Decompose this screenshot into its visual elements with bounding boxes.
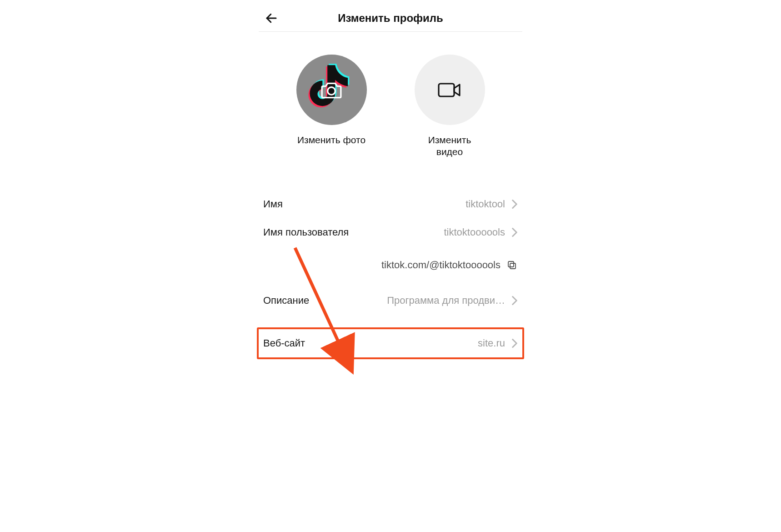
- row-username-value: tiktoktoooools: [444, 226, 505, 238]
- change-photo-label: Изменить фото: [297, 134, 365, 146]
- row-name-label: Имя: [263, 198, 283, 210]
- page-title: Изменить профиль: [259, 12, 522, 25]
- row-website-label: Веб-сайт: [263, 337, 305, 349]
- camera-icon: [320, 81, 343, 99]
- chevron-right-icon: [511, 296, 518, 306]
- row-username-label: Имя пользователя: [263, 226, 349, 238]
- svg-rect-4: [508, 261, 514, 267]
- copy-link-button[interactable]: [506, 259, 518, 271]
- row-bio-value: Программа для продви…: [387, 295, 505, 306]
- arrow-left-icon: [265, 11, 278, 25]
- row-username[interactable]: Имя пользователя tiktoktoooools: [259, 218, 522, 246]
- chevron-right-icon: [511, 227, 518, 237]
- chevron-right-icon: [511, 199, 518, 209]
- change-photo-button[interactable]: Изменить фото: [293, 55, 370, 158]
- profile-link-text: tiktok.com/@tiktoktoooools: [381, 259, 501, 271]
- svg-rect-3: [510, 263, 516, 269]
- change-video-button[interactable]: Изменить видео: [411, 55, 488, 158]
- profile-link-row: tiktok.com/@tiktoktoooools: [259, 246, 522, 271]
- copy-icon: [506, 260, 517, 271]
- svg-rect-2: [439, 84, 454, 96]
- row-bio[interactable]: Описание Программа для продви…: [259, 286, 522, 315]
- svg-point-1: [328, 87, 335, 95]
- avatar-circle: [296, 55, 367, 125]
- edit-profile-screen: Изменить профиль: [259, 0, 522, 532]
- media-row: Изменить фото Изменить видео: [259, 55, 522, 158]
- row-bio-label: Описание: [263, 295, 309, 306]
- back-button[interactable]: [262, 9, 280, 27]
- chevron-right-icon: [511, 338, 518, 348]
- video-circle: [415, 55, 485, 125]
- change-video-label: Изменить видео: [428, 134, 471, 158]
- header: Изменить профиль: [259, 5, 522, 32]
- row-website-value: site.ru: [478, 337, 505, 349]
- row-name-value: tiktoktool: [466, 198, 505, 210]
- video-camera-icon: [437, 80, 462, 100]
- row-website[interactable]: Веб-сайт site.ru: [257, 327, 524, 359]
- row-name[interactable]: Имя tiktoktool: [259, 190, 522, 218]
- profile-fields: Имя tiktoktool Имя пользователя tiktokto…: [259, 190, 522, 359]
